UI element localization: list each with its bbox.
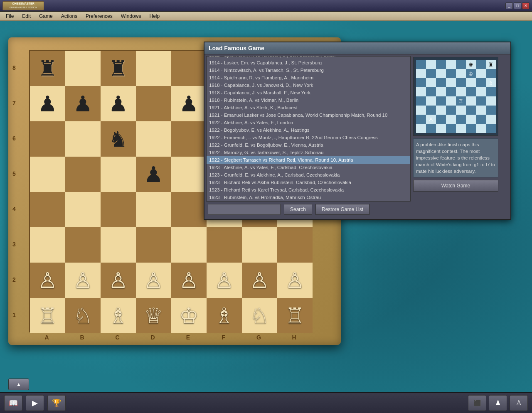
square-a1[interactable]: ♖	[30, 298, 65, 333]
mb-e7	[456, 69, 466, 78]
game-list-item[interactable]: 1922 - Grunfeld, E. vs Bogoljubow, E., V…	[207, 141, 410, 149]
mb-f4	[466, 96, 476, 106]
game-list-item[interactable]: 1918 - Rubinstein, A. vs Vidmar, M., Ber…	[207, 96, 410, 104]
square-a5[interactable]	[30, 157, 65, 192]
menu-actions[interactable]: Actions	[57, 12, 81, 20]
square-d1[interactable]: ♕	[136, 298, 171, 333]
square-c5[interactable]	[101, 157, 136, 192]
square-e3[interactable]	[171, 227, 207, 263]
menu-game[interactable]: Game	[35, 12, 57, 20]
square-d6[interactable]	[136, 121, 171, 157]
game-list-item[interactable]: 1922 - Bogolyubov, E. vs Alekhine, A., H…	[207, 126, 410, 134]
square-d2[interactable]: ♙	[136, 263, 171, 298]
menu-windows[interactable]: Windows	[117, 12, 145, 20]
square-e5[interactable]	[171, 157, 207, 192]
minimize-button[interactable]: _	[505, 2, 513, 9]
square-d5[interactable]: ♟	[136, 157, 171, 192]
game-list-item[interactable]: 1923 - Richard Reti vs Karel Treybal, Ca…	[207, 186, 410, 194]
mb-a7	[416, 69, 426, 78]
square-a8[interactable]: ♜	[30, 51, 65, 86]
square-b6[interactable]	[65, 121, 101, 157]
square-h1[interactable]: ♖	[277, 298, 313, 333]
square-g3[interactable]	[242, 227, 277, 263]
square-f3[interactable]	[207, 227, 242, 263]
watch-game-button[interactable]: Watch Game	[413, 180, 498, 192]
game-list-item[interactable]: 1923 - Rubinstein, A. vs Hromadka, Mahri…	[207, 194, 410, 201]
square-c6[interactable]: ♞	[101, 121, 136, 157]
square-c8[interactable]: ♜	[101, 51, 136, 86]
game-list-item[interactable]: 1914 - Nimzowitsch, A. vs Tarrasch, S., …	[207, 66, 410, 74]
game-list[interactable]: 1912 - Ossip Bernstein vs Akiba Rubinste…	[206, 56, 411, 202]
square-b3[interactable]	[65, 227, 101, 263]
square-f1[interactable]: ♗	[207, 298, 242, 333]
menu-preferences[interactable]: Preferences	[81, 12, 117, 20]
square-b5[interactable]	[65, 157, 101, 192]
square-b1[interactable]: ♘	[65, 298, 101, 333]
close-button[interactable]: ✕	[522, 2, 530, 9]
game-list-item[interactable]: 1918 - Capablanca, J. vs Marshall, F., N…	[207, 89, 410, 96]
square-d3[interactable]	[136, 227, 171, 263]
square-a2[interactable]: ♙	[30, 263, 65, 298]
mb-d3	[446, 106, 456, 115]
square-c2[interactable]: ♙	[101, 263, 136, 298]
trophy-button[interactable]: 🏆	[47, 395, 66, 411]
search-input[interactable]	[208, 204, 281, 215]
square-b2[interactable]: ♙	[65, 263, 101, 298]
game-list-item[interactable]: 1914 - Lasker, Em. vs Capablanca, J., St…	[207, 59, 410, 66]
game-list-item[interactable]: 1922 - Emmerich, .- vs Moritz, -, Hauptt…	[207, 134, 410, 141]
scroll-up-button[interactable]: ▲	[8, 379, 29, 390]
mb-h4	[486, 96, 496, 106]
game-list-item[interactable]: 1912 - Spielmann, R. vs Tarrasch, S., Sa…	[207, 56, 410, 59]
square-e6[interactable]	[171, 121, 207, 157]
maximize-button[interactable]: □	[514, 2, 521, 9]
square-a4[interactable]	[30, 192, 65, 227]
game-list-item[interactable]: 1922 - Alekhine, A. vs Yates, F., London	[207, 119, 410, 126]
menu-edit[interactable]: Edit	[18, 12, 35, 20]
play-button[interactable]: ▶	[26, 395, 44, 411]
game-list-item[interactable]: 1923 - Richard Reti vs Akiba Rubinstein,…	[207, 179, 410, 186]
square-b7[interactable]: ♟	[65, 86, 101, 121]
square-h2[interactable]: ♙	[277, 263, 313, 298]
game-list-item[interactable]: 1921 - Alekhine, A. vs Sterk, K., Budape…	[207, 104, 410, 111]
square-e2[interactable]: ♙	[171, 263, 207, 298]
square-a7[interactable]: ♟	[30, 86, 65, 121]
square-a3[interactable]	[30, 227, 65, 263]
game-list-item[interactable]: 1922 - Siegbert Tarrasch vs Richard Reti…	[207, 156, 410, 164]
game-list-item[interactable]: 1918 - Capablanca, J. vs Janowski, D., N…	[207, 81, 410, 89]
square-e7[interactable]: ♟	[171, 86, 207, 121]
square-d7[interactable]	[136, 86, 171, 121]
square-a6[interactable]	[30, 121, 65, 157]
game-list-item[interactable]: 1914 - Spielmann, R. vs Flamberg, A., Ma…	[207, 74, 410, 81]
player-settings-button[interactable]: ♙	[510, 395, 528, 411]
menu-file[interactable]: File	[2, 12, 18, 20]
square-e8[interactable]	[171, 51, 207, 86]
game-list-item[interactable]: 1921 - Emanuel Lasker vs Jose Capablanca…	[207, 111, 410, 119]
square-b4[interactable]	[65, 192, 101, 227]
square-f2[interactable]: ♙	[207, 263, 242, 298]
file-f: F	[206, 334, 241, 341]
restore-game-list-button[interactable]: Restore Game List	[315, 204, 369, 215]
square-g1[interactable]: ♘	[242, 298, 277, 333]
square-b8[interactable]	[65, 51, 101, 86]
square-h3[interactable]	[277, 227, 313, 263]
square-c1[interactable]: ♗	[101, 298, 136, 333]
square-c4[interactable]	[101, 192, 136, 227]
game-list-item[interactable]: 1923 - Alekhine, A. vs Yates, F., Carlsb…	[207, 164, 410, 171]
square-g2[interactable]: ♙	[242, 263, 277, 298]
piece-settings-button[interactable]: ♟	[489, 395, 507, 411]
game-description: A problem-like finish caps this magnific…	[413, 138, 498, 177]
board-settings-button[interactable]: ⬛	[468, 395, 486, 411]
mb-h6: ♗	[486, 78, 496, 87]
square-d8[interactable]	[136, 51, 171, 86]
book-button[interactable]: 📖	[4, 395, 22, 411]
square-c7[interactable]: ♟	[101, 86, 136, 121]
square-c3[interactable]	[101, 227, 136, 263]
menu-help[interactable]: Help	[145, 12, 164, 20]
square-e1[interactable]: ♔	[171, 298, 207, 333]
game-list-item[interactable]: 1923 - Grunfeld, E. vs Alekhine, A., Car…	[207, 171, 410, 179]
game-list-item[interactable]: 1922 - Maroczy, G. vs Tartakower, S., Te…	[207, 149, 410, 156]
mb-e8	[456, 60, 466, 69]
search-button[interactable]: Search	[284, 204, 312, 215]
square-d4[interactable]	[136, 192, 171, 227]
square-e4[interactable]	[171, 192, 207, 227]
